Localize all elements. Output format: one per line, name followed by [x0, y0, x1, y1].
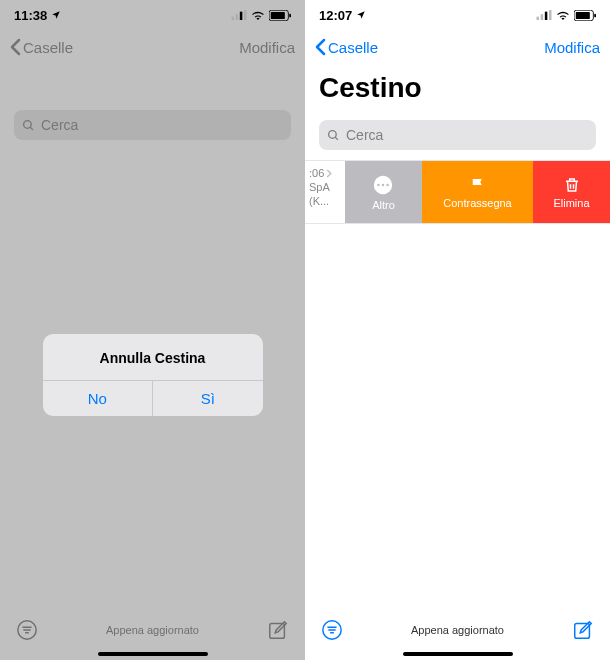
home-indicator [403, 652, 513, 656]
compose-icon[interactable] [267, 619, 289, 641]
swipe-delete-button[interactable]: Elimina [533, 161, 610, 223]
trash-icon [563, 176, 581, 194]
search-field[interactable]: Cerca [319, 120, 596, 150]
back-label: Caselle [23, 39, 73, 56]
more-icon [372, 174, 394, 196]
wifi-icon [251, 10, 265, 20]
chevron-right-icon [326, 169, 332, 178]
alert-no-button[interactable]: No [43, 381, 154, 416]
battery-icon [269, 10, 291, 21]
svg-rect-15 [576, 11, 590, 18]
row-partial-content: :06 SpA (K... [305, 161, 345, 223]
svg-point-21 [387, 183, 389, 185]
search-icon [327, 129, 340, 142]
svg-point-20 [382, 183, 384, 185]
mail-row-swiped[interactable]: :06 SpA (K... Altro Contrassegna Elimina [305, 160, 610, 224]
signal-icon [536, 10, 552, 20]
toolbar-status: Appena aggiornato [305, 624, 610, 636]
status-bar: 12:07 [305, 0, 610, 30]
status-bar: 11:38 [0, 0, 305, 30]
svg-rect-9 [270, 624, 285, 639]
row-time: :06 [309, 167, 324, 179]
svg-point-19 [378, 183, 380, 185]
edit-button[interactable]: Modifica [239, 39, 295, 56]
svg-rect-3 [244, 10, 247, 20]
back-button[interactable]: Caselle [315, 38, 378, 56]
svg-rect-2 [240, 12, 243, 20]
svg-rect-23 [575, 624, 590, 639]
svg-rect-5 [271, 11, 285, 18]
location-icon [356, 10, 366, 20]
svg-rect-10 [537, 17, 540, 20]
row-line2: SpA [309, 181, 343, 193]
svg-rect-12 [545, 12, 548, 20]
swipe-flag-label: Contrassegna [443, 197, 512, 209]
nav-bar: Caselle Modifica [0, 30, 305, 64]
swipe-delete-label: Elimina [553, 197, 589, 209]
toolbar-status: Appena aggiornato [0, 624, 305, 636]
svg-rect-1 [236, 14, 239, 20]
page-title: Cestino [305, 64, 610, 110]
svg-rect-0 [232, 17, 235, 20]
svg-point-7 [24, 120, 32, 128]
chevron-left-icon [10, 38, 21, 56]
home-indicator [98, 652, 208, 656]
search-field[interactable]: Cerca [14, 110, 291, 140]
svg-rect-16 [594, 13, 596, 17]
swipe-more-label: Altro [372, 199, 395, 211]
swipe-more-button[interactable]: Altro [345, 161, 422, 223]
wifi-icon [556, 10, 570, 20]
signal-icon [231, 10, 247, 20]
chevron-left-icon [315, 38, 326, 56]
battery-icon [574, 10, 596, 21]
swipe-flag-button[interactable]: Contrassegna [422, 161, 533, 223]
search-placeholder: Cerca [41, 117, 78, 133]
svg-rect-13 [549, 10, 552, 20]
nav-bar: Caselle Modifica [305, 30, 610, 64]
status-time: 11:38 [14, 8, 47, 23]
location-icon [51, 10, 61, 20]
search-placeholder: Cerca [346, 127, 383, 143]
svg-rect-11 [541, 14, 544, 20]
left-screenshot: 11:38 Caselle Modifica Cerca Annulla Ces… [0, 0, 305, 660]
filter-icon[interactable] [16, 619, 38, 641]
back-button[interactable]: Caselle [10, 38, 73, 56]
undo-alert: Annulla Cestina No Sì [43, 334, 263, 416]
flag-icon [469, 176, 487, 194]
svg-rect-6 [289, 13, 291, 17]
search-icon [22, 119, 35, 132]
alert-title: Annulla Cestina [43, 334, 263, 380]
compose-icon[interactable] [572, 619, 594, 641]
back-label: Caselle [328, 39, 378, 56]
filter-icon[interactable] [321, 619, 343, 641]
edit-button[interactable]: Modifica [544, 39, 600, 56]
status-time: 12:07 [319, 8, 352, 23]
row-line3: (K... [309, 195, 343, 207]
right-screenshot: 12:07 Caselle Modifica Cestino Cerca :06… [305, 0, 610, 660]
alert-yes-button[interactable]: Sì [153, 381, 263, 416]
svg-point-17 [329, 130, 337, 138]
